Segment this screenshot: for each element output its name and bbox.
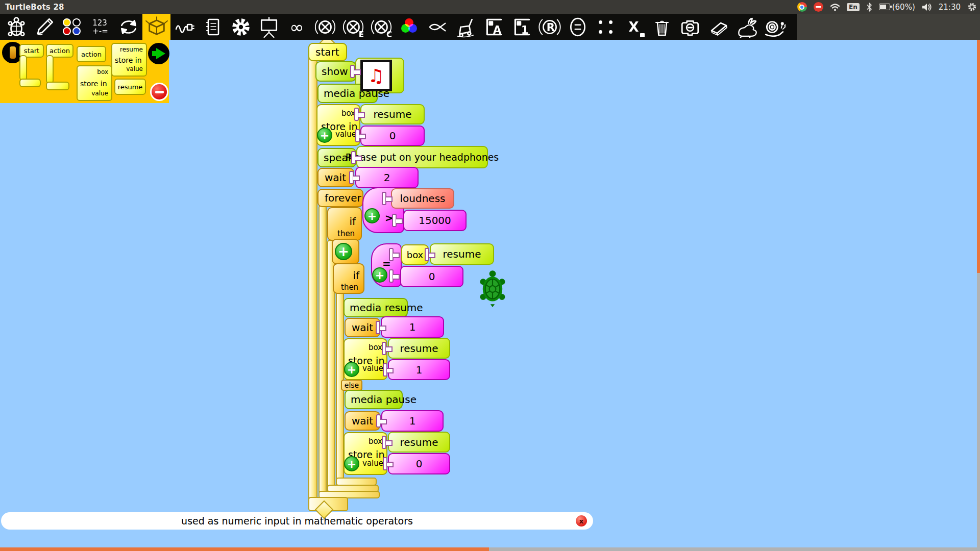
green-arrow-icon [152,47,166,60]
store2-value-plug [383,363,387,377]
butia-robot-icon[interactable] [451,14,479,40]
remove-palette-button[interactable] [150,83,168,101]
arg-wait-3[interactable]: 1 [381,410,444,432]
plus-icon[interactable] [364,208,380,223]
followme-icon[interactable] [311,14,339,40]
palette-colors-icon[interactable] [58,14,86,40]
chrome-icon[interactable] [797,2,807,12]
horizontal-scrollbar-thumb[interactable] [0,547,489,551]
wifi-icon[interactable] [830,3,840,11]
arg-value-3[interactable]: 0 [388,453,450,474]
block-forever[interactable]: forever [317,189,363,207]
plus-icon[interactable] [344,456,359,471]
palette-block-resume[interactable]: resume [114,79,146,95]
store1-box-plug [354,108,359,121]
arg-value-1[interactable]: 0 [360,126,425,146]
arg-threshold[interactable]: 15000 [403,210,467,231]
plus-icon[interactable] [317,128,332,143]
store2-box-plug [382,342,386,355]
block-wait-2[interactable]: wait [345,318,380,337]
plus-icon[interactable] [335,243,352,260]
status-bar: used as numeric input in mathematic oper… [1,512,593,530]
arduino-infinity-icon[interactable]: ∞ [283,14,311,40]
eq-bottom-plug [389,269,394,283]
window-title: TurtleBots 28 [5,3,64,12]
palette-block-store-in-resume[interactable]: resume store in value [111,43,147,77]
block-loudness[interactable]: loudness [391,188,454,209]
plus-icon[interactable] [344,362,359,377]
four-dots-icon[interactable] [592,14,620,40]
forever-clamp-arm[interactable] [318,205,327,494]
system-tray: En (60%) 21:30 [797,0,977,14]
keyboard-layout-badge[interactable]: En [847,3,860,11]
bluetooth-icon[interactable] [866,3,872,12]
flow-arrows-icon[interactable] [114,14,142,40]
arg-box-name-3[interactable]: resume [388,338,450,359]
arg-wait-2[interactable]: 1 [381,316,444,338]
arg-box-name-2[interactable]: resume [430,243,494,265]
store3-value-plug [383,457,387,470]
followme-c-icon[interactable]: C [367,14,395,40]
music-note-icon: ♫ [368,65,384,86]
gear-icon[interactable] [227,14,255,40]
pattern-letter-a-icon[interactable]: A [479,14,507,40]
journal-icon[interactable] [199,14,227,40]
arg-box-name-1[interactable]: resume [360,104,425,124]
block-if-2[interactable]: if then [333,263,364,294]
battery-percent: (60%) [892,3,915,12]
rgb-circles-icon[interactable] [395,14,423,40]
block-start[interactable]: start [308,43,347,61]
svg-text:R: R [546,21,554,34]
camera-minus-icon[interactable] [676,14,704,40]
battery-indicator[interactable]: (60%) [879,3,915,12]
next-palette-button[interactable] [148,43,169,64]
wait2-plug [376,321,380,334]
arg-speak-text[interactable]: Please put on your headphones [356,146,488,168]
minus-icon [155,91,164,93]
followme-e-icon[interactable]: E [339,14,367,40]
store3-box-plug [382,436,386,449]
box-plug [425,248,429,261]
blocks-box-icon[interactable] [142,14,170,40]
arg-wait-1[interactable]: 2 [355,167,419,188]
turtle-icon[interactable] [2,14,30,40]
eraser-icon[interactable] [704,14,732,40]
do-not-disturb-icon[interactable] [814,2,823,12]
pencil-icon[interactable] [30,14,58,40]
equals-ellipse-icon[interactable] [564,14,592,40]
horizontal-scrollbar-track[interactable] [489,547,980,551]
show-plug [350,65,355,78]
turtle-sprite[interactable] [478,269,507,307]
block-media-pause-2[interactable]: media pause [345,390,403,409]
block-if-1[interactable]: if then [327,207,362,241]
vertical-scrollbar-thumb[interactable] [977,40,980,273]
media-image[interactable]: ♫ [360,60,392,91]
close-status-button[interactable]: x [576,515,587,527]
rabbit-icon[interactable] [732,14,760,40]
pattern-letter-r-icon[interactable]: R [535,14,564,40]
block-wait-3[interactable]: wait [345,411,380,431]
arg-box-name-4[interactable]: resume [388,432,450,453]
pattern-number-1-icon[interactable]: 1 [507,14,535,40]
cut-plug-icon[interactable]: X [620,14,648,40]
arg-value-2[interactable]: 1 [388,359,450,380]
svg-text:A: A [493,23,501,36]
block-media-resume[interactable]: media resume [344,298,408,317]
vertical-scrollbar-track[interactable] [977,273,980,547]
palette-block-action[interactable]: action [77,46,106,62]
sensor-plug-icon[interactable] [170,14,199,40]
snail-icon[interactable] [760,14,788,40]
clock[interactable]: 21:30 [939,3,961,12]
presentation-icon[interactable] [255,14,283,40]
status-message: used as numeric input in mathematic oper… [181,515,413,527]
arg-eq-value[interactable]: 0 [400,266,463,287]
numbers-icon[interactable]: 123+-= [86,14,114,40]
palette-block-store-in[interactable]: box store in value [77,65,112,101]
plus-icon[interactable] [372,267,387,283]
settings-gear-icon[interactable] [967,2,977,12]
trash-icon[interactable] [648,14,676,40]
svg-text:1: 1 [521,23,528,36]
block-palette: start action action box store in value r… [0,40,169,103]
volume-icon[interactable] [922,3,932,11]
fish-icon[interactable] [423,14,451,40]
